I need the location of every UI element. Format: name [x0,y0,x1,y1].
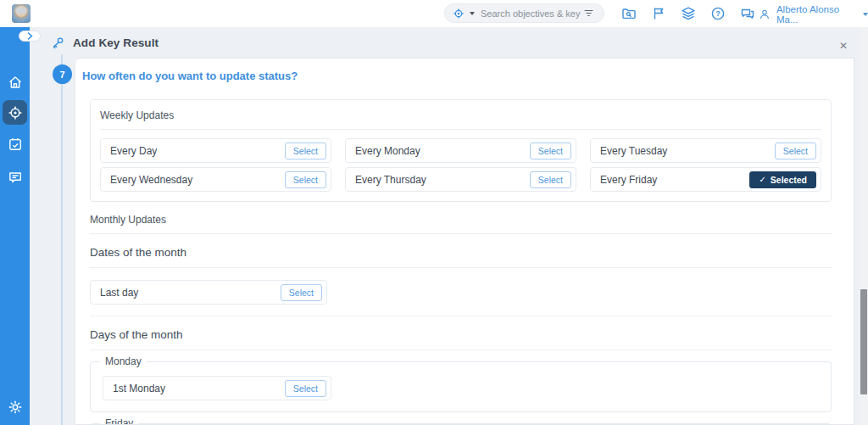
svg-text:?: ? [715,9,721,18]
flag-icon[interactable] [649,4,668,23]
search-input[interactable] [481,8,581,19]
objectives-target-icon [7,104,24,121]
section-divider [90,316,832,316]
scope-icon[interactable] [452,7,465,20]
select-button[interactable]: Select [285,171,326,188]
conversations-bubble-icon [7,169,24,186]
select-button[interactable]: Select [530,143,571,159]
sidebar-item-tasks[interactable] [6,135,25,154]
select-button[interactable]: Select [775,143,816,159]
global-search[interactable] [444,3,604,23]
dates-of-month-options: Last daySelect [90,280,327,305]
user-caret-icon [863,13,868,16]
user-name: Alberto Alonso Ma... [776,4,854,25]
option-label: Last day [100,287,138,299]
weekly-updates-card: Weekly Updates Every DaySelectEvery Mond… [90,99,832,202]
option-label: 1st Monday [113,383,165,394]
day-groups: Monday1st MondaySelectFridayLast FridayS… [90,361,832,425]
select-button[interactable]: Select [281,284,322,301]
tasks-calendar-icon [7,136,24,153]
sidebar-item-home[interactable] [6,73,25,92]
option-every-monday: Every MondaySelect [345,138,576,163]
search-scope-caret-icon[interactable] [470,12,475,15]
day-group-label: Friday [100,417,138,425]
option-label: Every Tuesday [600,145,667,157]
home-icon [7,74,24,91]
user-icon [758,7,771,22]
key-icon [51,36,65,50]
sidebar [0,27,30,425]
top-bar: ? Alberto Alonso Ma... [0,0,868,27]
monthly-updates-title: Monthly Updates [90,214,832,234]
help-icon[interactable]: ? [709,4,727,23]
option-every-wednesday: Every WednesdaySelect [100,167,331,192]
option-label: Every Wednesday [110,174,192,186]
sidebar-item-objectives[interactable] [3,100,27,125]
conversations-icon[interactable] [738,4,757,23]
select-button[interactable]: Select [285,143,326,159]
layers-icon[interactable] [679,4,698,23]
step-question: How often do you want to update status? [82,70,854,82]
sidebar-expand-button[interactable] [19,31,41,42]
dates-of-month-title: Dates of the month [90,246,832,268]
option-label: Every Friday [600,174,657,186]
option-every-tuesday: Every TuesdaySelect [590,138,821,163]
option-label: Every Monday [355,145,420,157]
weekly-updates-title: Weekly Updates [100,109,821,130]
step-number-badge: 7 [53,64,72,84]
option-label: Every Thursday [355,174,426,186]
option-label: Every Day [110,145,157,157]
filter-icon[interactable] [582,7,595,20]
select-button[interactable]: Select [285,380,326,397]
modal-title-row: Add Key Result [51,36,159,50]
update-frequency-panel: How often do you want to update status? … [75,58,854,425]
select-button[interactable]: Select [530,171,571,188]
scrollbar-thumb[interactable] [860,289,867,394]
weekly-options-grid: Every DaySelectEvery MondaySelectEvery T… [100,138,821,192]
step-timeline [61,54,63,425]
check-icon: ✓ [759,175,765,184]
folder-search-icon[interactable] [620,4,638,23]
option-1st-monday: 1st MondaySelect [103,376,331,400]
sidebar-item-settings[interactable] [6,398,25,417]
workspace-avatar[interactable] [12,4,31,23]
option-every-friday: Every Friday✓Selected [590,167,821,192]
option-every-day: Every DaySelect [100,138,331,163]
chevron-right-icon [27,32,33,40]
modal-title: Add Key Result [73,36,159,49]
close-icon[interactable]: ✕ [839,41,848,51]
day-group-monday: Monday1st MondaySelect [90,361,832,412]
option-every-thursday: Every ThursdaySelect [345,167,576,192]
selected-button[interactable]: ✓Selected [749,171,816,188]
sidebar-item-conversations[interactable] [6,168,25,187]
days-of-month-title: Days of the month [90,328,832,350]
day-group-label: Monday [100,355,147,367]
settings-gear-icon [7,399,24,416]
user-menu[interactable]: Alberto Alonso Ma... [758,4,868,25]
option-last-day: Last daySelect [90,280,327,305]
selected-button-label: Selected [771,175,807,185]
